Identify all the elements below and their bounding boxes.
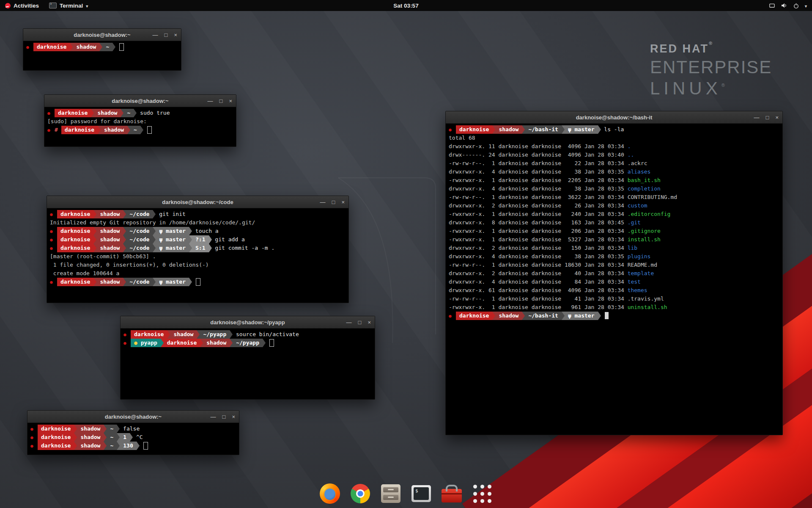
app-menu[interactable]: Terminal [44,0,93,11]
terminal-line: drwxrwxr-x. 2 darknoise darknoise 40 Jan… [449,269,779,278]
window-titlebar[interactable]: darknoise@shadow:~/pyapp — □ × [121,316,375,329]
prompt-segment-path: ~ [130,126,140,134]
powerline-separator [598,312,601,320]
powerline-separator [74,433,77,442]
powerline-separator [230,339,233,347]
terminal-content[interactable]: darknoiseshadow~ [23,41,181,70]
window-title: darknoise@shadow:~ [74,32,130,38]
terminal-content[interactable]: darknoiseshadow~/code git initInitialize… [47,208,348,303]
powerline-separator [161,339,164,347]
prompt-segment-user: darknoise [55,109,91,117]
terminal-window[interactable]: darknoise@shadow:~ — □ × darknoiseshadow… [27,410,239,455]
terminal-content[interactable]: darknoiseshadow~/bash-itψ master ls -lat… [446,124,782,435]
terminal-text: -rwxrwxr-x. 1 darknoise darknoise 2205 J… [449,177,628,183]
close-button[interactable]: × [775,115,779,120]
close-button[interactable]: × [341,199,345,205]
terminal-window[interactable]: darknoise@shadow:~/bash-it — □ × darknoi… [445,111,783,435]
maximize-button[interactable]: □ [766,115,769,120]
terminal-line: drwxrwxr-x. 8 darknoise darknoise 163 Ja… [449,218,779,227]
maximize-button[interactable]: □ [332,199,335,205]
prompt-segment-path: ~/code [126,278,153,286]
redhat-prompt-icon [47,126,55,135]
maximize-button[interactable]: □ [222,414,226,420]
display-icon[interactable] [769,3,775,9]
terminal-content[interactable]: darknoiseshadow~/pyapp source bin/activa… [121,329,375,399]
minimize-button[interactable]: — [153,32,158,38]
close-button[interactable]: × [368,320,371,325]
minimize-button[interactable]: — [346,320,352,325]
terminal-line: -rwxrwxr-x. 1 darknoise darknoise 2205 J… [449,176,779,185]
dock-item-toolbox[interactable] [440,482,464,505]
prompt-segment-path: ~/code [126,210,153,218]
close-button[interactable]: × [174,32,177,38]
terminal-text: .ackrc [628,160,647,166]
prompt-segment-host: shadow [73,43,99,51]
redhat-prompt-icon [50,278,57,287]
powerline-separator [140,126,143,134]
window-titlebar[interactable]: darknoise@shadow:~/code — □ × [47,196,348,208]
powerline-separator [153,278,156,286]
terminal-text: drwx------. 24 darknoise darknoise 4096 … [449,152,628,158]
window-titlebar[interactable]: darknoise@shadow:~/bash-it — □ × [446,111,782,124]
registered-mark: ® [721,83,729,88]
terminal-line: -rw-rw-r--. 1 darknoise darknoise 41 Jan… [449,295,779,303]
prompt-segment-user: darknoise [57,227,93,235]
prompt-segment-path: ~ [107,442,117,450]
terminal-icon [411,485,431,502]
powerline-separator [123,278,126,286]
powerline-separator [263,339,266,347]
terminal-window[interactable]: darknoise@shadow:~/code — □ × darknoises… [47,196,349,303]
activities-button[interactable]: Activities [0,0,44,11]
powerline-separator [197,330,200,339]
chevron-down-icon[interactable] [805,3,807,9]
prompt-segment-user: darknoise [33,43,70,51]
terminal-text: total 68 [449,135,475,141]
minimize-button[interactable]: — [211,414,216,420]
dock-item-chrome[interactable] [348,482,372,505]
terminal-content[interactable]: darknoiseshadow~ sudo true[sudo] passwor… [44,107,236,146]
command-text: ^C [133,434,143,440]
terminal-window[interactable]: darknoise@shadow:~/pyapp — □ × darknoise… [120,316,375,400]
dock-item-terminal[interactable] [409,482,433,505]
terminal-text: drwxrwxr-x. 4 darknoise darknoise 38 Jan… [449,253,628,260]
dock-item-files[interactable] [379,482,403,505]
minimize-button[interactable]: — [320,199,326,205]
close-button[interactable]: × [229,98,232,104]
redhat-prompt-icon [30,442,38,450]
terminal-content[interactable]: darknoiseshadow~ falsedarknoiseshadow~1 … [27,423,239,455]
terminal-text: -rw-rw-r--. 1 darknoise darknoise 41 Jan… [449,295,628,302]
redhat-prompt-icon [26,43,33,52]
terminal-window[interactable]: darknoise@shadow:~ — □ × darknoiseshadow… [23,28,181,71]
terminal-text: drwxrwxr-x. 8 darknoise darknoise 163 Ja… [449,219,628,226]
prompt-segment-err: 130 [120,442,136,450]
dock-item-firefox[interactable] [318,482,342,505]
maximize-button[interactable]: □ [165,32,168,38]
prompt-segment-path: ~ [123,109,134,117]
window-titlebar[interactable]: darknoise@shadow:~ — □ × [44,95,236,107]
terminal-text: [sudo] password for darknoise: [47,118,147,124]
prompt-segment-host: shadow [203,339,230,347]
close-button[interactable]: × [232,414,235,420]
terminal-window[interactable]: darknoise@shadow:~ — □ × darknoiseshadow… [44,94,236,147]
minimize-button[interactable]: — [754,115,760,120]
prompt-segment-user: darknoise [38,433,74,442]
powerline-separator [93,227,96,235]
terminal-text: themes [628,287,647,293]
prompt-segment-gitstat: ?:1 [192,235,208,244]
window-titlebar[interactable]: darknoise@shadow:~ — □ × [23,29,181,41]
redhat-prompt-icon [47,109,55,118]
branding-line1: RED HAT [650,42,709,55]
prompt-segment-host: shadow [77,442,104,450]
maximize-button[interactable]: □ [219,98,223,104]
minimize-button[interactable]: — [208,98,213,104]
maximize-button[interactable]: □ [358,320,362,325]
volume-icon[interactable] [781,2,787,9]
clock[interactable]: Sat 03:57 [389,0,422,11]
system-status-area[interactable] [764,0,812,11]
window-titlebar[interactable]: darknoise@shadow:~ — □ × [27,411,239,423]
dock-item-app-grid[interactable] [470,482,494,505]
terminal-text: completion [628,185,661,192]
power-icon[interactable] [793,3,799,9]
terminal-line: drwxrwxr-x. 11 darknoise darknoise 4096 … [449,142,779,151]
prompt-segment-user: darknoise [57,278,93,286]
